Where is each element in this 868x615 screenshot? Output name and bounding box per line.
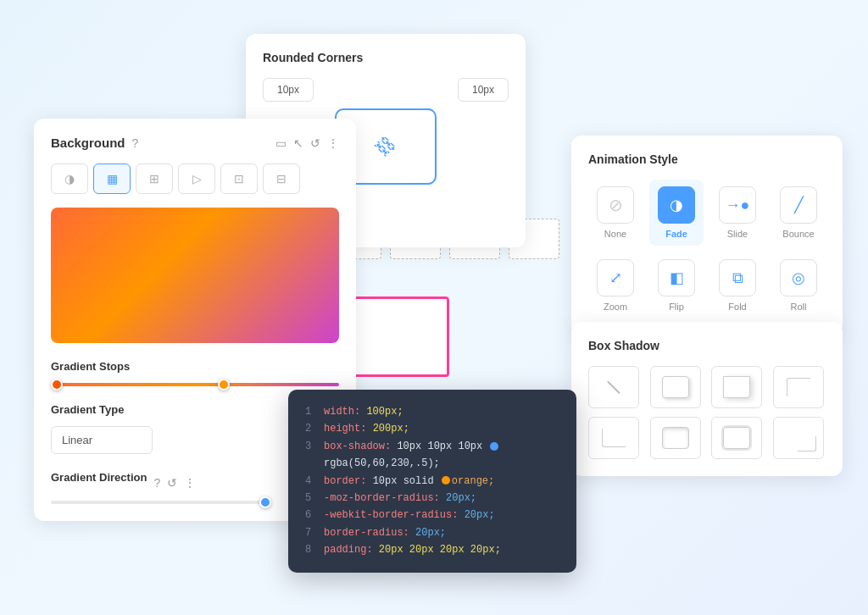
- anim-flip[interactable]: ◧ Flip: [649, 252, 704, 319]
- anim-roll[interactable]: ◎ Roll: [771, 252, 826, 319]
- bg-type-buttons: ◑ ▦ ⊞ ▷ ⊡ ⊟: [51, 163, 339, 194]
- code-line-4: 4 border: 10px solid orange;: [305, 473, 559, 490]
- bg-type-pattern[interactable]: ⊡: [220, 163, 258, 194]
- help-icon[interactable]: ?: [132, 136, 139, 150]
- shadow-tl[interactable]: [588, 417, 639, 459]
- bg-type-color[interactable]: ◑: [51, 163, 88, 194]
- code-line-8: 8 padding: 20px 20px 20px 20px;: [305, 541, 559, 558]
- rounded-corners-title: Rounded Corners: [263, 51, 509, 64]
- shadow-md[interactable]: [711, 366, 762, 408]
- shadow-outline-preview: [723, 427, 750, 449]
- anim-flip-label: Flip: [669, 302, 684, 312]
- dir-undo-icon[interactable]: ↺: [167, 476, 177, 490]
- anim-bounce-icon: ╱: [780, 186, 817, 224]
- direction-handle[interactable]: [259, 496, 271, 508]
- code-line-6: 6 -webkit-border-radius: 20px;: [305, 507, 559, 524]
- stop-handle-right[interactable]: [218, 379, 230, 391]
- corner-top-right[interactable]: [458, 78, 509, 102]
- anim-none-icon: ⊘: [597, 186, 634, 224]
- code-line-3: 3 box-shadow: 10px 10px 10px rgba(50,60,…: [305, 438, 559, 473]
- bg-type-image[interactable]: ⊞: [136, 163, 173, 194]
- bg-type-video[interactable]: ▷: [178, 163, 215, 194]
- anim-zoom-icon: ⤢: [597, 259, 634, 296]
- gradient-direction-label: Gradient Direction: [51, 471, 147, 484]
- anim-fold[interactable]: ⧉ Fold: [710, 252, 765, 319]
- shadow-md-preview: [723, 376, 750, 398]
- gradient-stops-section: Gradient Stops: [51, 360, 339, 386]
- shadow-corner-preview: [798, 436, 816, 452]
- anim-bounce-label: Bounce: [782, 229, 814, 239]
- shadow-tl-preview: [602, 429, 626, 447]
- anim-none-label: None: [604, 229, 626, 239]
- code-line-5: 5 -moz-border-radius: 20px;: [305, 490, 559, 507]
- code-panel: 1 width: 100px; 2 height: 200px; 3 box-s…: [288, 390, 576, 573]
- shadow-sm-preview: [662, 376, 689, 398]
- undo-icon[interactable]: ↺: [310, 136, 320, 150]
- anim-roll-icon: ◎: [780, 259, 817, 296]
- link-chain-icon: ⛓: [371, 132, 400, 161]
- anim-fade[interactable]: ◑ Fade: [649, 180, 704, 246]
- animation-grid: ⊘ None ◑ Fade →● Slide ╱ Bounce ⤢: [588, 180, 826, 319]
- anim-flip-icon: ◧: [658, 259, 695, 296]
- anim-slide-label: Slide: [727, 229, 748, 239]
- shadow-inset[interactable]: [650, 417, 701, 459]
- box-shadow-panel: Box Shadow: [571, 322, 843, 476]
- more-icon[interactable]: ⋮: [327, 136, 339, 150]
- gradient-stops-label: Gradient Stops: [51, 360, 339, 373]
- shadow-none[interactable]: [588, 366, 639, 408]
- shadow-outline[interactable]: [711, 417, 762, 459]
- anim-fade-icon: ◑: [658, 186, 695, 224]
- anim-fade-label: Fade: [665, 229, 687, 239]
- anim-none[interactable]: ⊘ None: [588, 180, 643, 246]
- anim-zoom[interactable]: ⤢ Zoom: [588, 252, 643, 319]
- stops-track: [51, 383, 339, 386]
- gradient-type-input[interactable]: [51, 426, 153, 454]
- box-shadow-title: Box Shadow: [588, 339, 826, 352]
- shadow-corner[interactable]: [773, 417, 824, 459]
- dir-more-icon[interactable]: ⋮: [184, 476, 196, 490]
- shadow-grid: [588, 366, 826, 459]
- anim-fold-icon: ⧉: [719, 259, 756, 296]
- bg-type-gradient[interactable]: ▦: [93, 163, 131, 194]
- anim-zoom-label: Zoom: [604, 302, 627, 312]
- code-line-7: 7 border-radius: 20px;: [305, 524, 559, 541]
- anim-bounce[interactable]: ╱ Bounce: [771, 180, 826, 246]
- anim-fold-label: Fold: [728, 302, 746, 312]
- dir-help-icon[interactable]: ?: [153, 476, 160, 490]
- animation-style-title: Animation Style: [588, 152, 826, 166]
- anim-slide-icon: →●: [719, 186, 756, 224]
- stop-handle-left[interactable]: [51, 379, 63, 391]
- shadow-inset-preview: [662, 427, 689, 449]
- cursor-icon[interactable]: ↖: [293, 136, 303, 150]
- anim-roll-label: Roll: [791, 302, 807, 312]
- shadow-lg-preview: [787, 378, 810, 396]
- corner-top-left[interactable]: [263, 78, 314, 102]
- mobile-icon[interactable]: ▭: [275, 136, 287, 150]
- shadow-sm[interactable]: [650, 366, 701, 408]
- shadow-lg[interactable]: [773, 366, 824, 408]
- background-title: Background: [51, 136, 125, 150]
- code-line-2: 2 height: 200px;: [305, 420, 559, 437]
- direction-track: [51, 501, 271, 504]
- code-line-1: 1 width: 100px;: [305, 403, 559, 420]
- animation-style-panel: Animation Style ⊘ None ◑ Fade →● Slide ╱…: [571, 136, 843, 335]
- bg-type-overlay[interactable]: ⊟: [263, 163, 300, 194]
- anim-slide[interactable]: →● Slide: [710, 180, 765, 246]
- gradient-preview: [51, 208, 339, 343]
